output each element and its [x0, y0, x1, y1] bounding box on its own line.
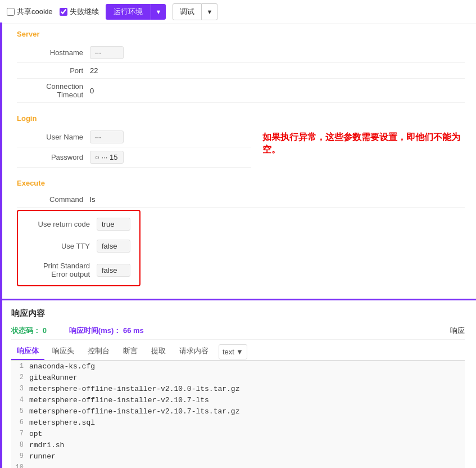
command-label: Command [17, 195, 90, 204]
username-label: User Name [17, 133, 90, 141]
debug-dropdown[interactable]: ▼ [202, 3, 217, 20]
line-number: 4 [11, 395, 29, 404]
top-bar: 共享cookie 失败继续 运行环境 ▼ 调试 ▼ [0, 0, 476, 24]
password-value: ○ ··· 15 [90, 151, 251, 164]
use-tty-label: Use TTY [24, 242, 97, 250]
code-line: 10 [11, 462, 465, 468]
share-cookie-label[interactable]: 共享cookie [7, 7, 53, 17]
line-content: metersphere-offline-installer-v2.10.0-lt… [29, 384, 465, 394]
line-content: metersphere-offline-installer-v2.10.7-lt… [29, 406, 465, 417]
use-return-code-label: Use return code [24, 220, 97, 228]
line-number: 9 [11, 451, 29, 460]
port-value: 22 [90, 66, 465, 75]
status-code: 状态码： 0 [11, 326, 47, 336]
execute-section: Execute Command ls Use return code true … [0, 173, 476, 294]
fail-continue-label[interactable]: 失败继续 [60, 7, 99, 17]
password-row: Password ○ ··· 15 [17, 147, 251, 168]
share-cookie-checkbox[interactable] [7, 8, 15, 16]
chevron-down-icon: ▼ [236, 348, 243, 356]
status-row: 状态码： 0 响应时间(ms)： 66 ms 响应 [11, 322, 465, 340]
print-standard-label: Print Standard Error output [24, 262, 97, 278]
run-env-dropdown[interactable]: ▼ [151, 4, 166, 20]
connection-row: Connection Timeout 0 [17, 79, 465, 103]
server-title: Server [17, 30, 465, 38]
code-line: 2giteaRunner [11, 372, 465, 384]
login-title: Login [17, 114, 251, 123]
code-line: 8rmdri.sh [11, 440, 465, 451]
connection-label: Connection Timeout [17, 82, 90, 99]
tab-extract[interactable]: 提取 [146, 343, 171, 360]
response-label: 响应 [450, 326, 465, 336]
tab-console[interactable]: 控制台 [82, 343, 115, 360]
line-content [29, 462, 465, 465]
code-line: 4metersphere-offline-installer-v2.10.7-l… [11, 395, 465, 406]
tab-response-body[interactable]: 响应体 [11, 343, 44, 360]
code-line: 5metersphere-offline-installer-v2.10.7-l… [11, 406, 465, 417]
line-content: metersphere.sql [29, 417, 465, 428]
debug-button[interactable]: 调试 [173, 3, 202, 20]
password-label: Password [17, 153, 90, 161]
annotation-text: 如果执行异常，这些参数需要设置，即他们不能为空。 [262, 131, 465, 156]
line-number: 10 [11, 462, 29, 468]
code-line: 3metersphere-offline-installer-v2.10.0-l… [11, 384, 465, 395]
login-section: Login User Name ··· Password ○ ··· 15 如果… [0, 109, 476, 173]
use-return-code-value: true [97, 218, 134, 231]
line-number: 1 [11, 361, 29, 370]
execute-title: Execute [17, 179, 465, 187]
line-number: 8 [11, 440, 29, 449]
line-content: opt [29, 429, 465, 439]
code-line: 1anaconda-ks.cfg [11, 361, 465, 372]
hostname-row: Hostname ··· [17, 43, 465, 63]
command-value: ls [90, 195, 465, 204]
username-row: User Name ··· [17, 127, 251, 147]
run-env-group: 运行环境 ▼ [106, 4, 166, 20]
tab-assert[interactable]: 断言 [117, 343, 143, 360]
highlighted-params-box: Use return code true Use TTY false Print… [17, 210, 140, 286]
tab-request-content[interactable]: 请求内容 [174, 343, 214, 360]
code-area: 1anaconda-ks.cfg2giteaRunner3metersphere… [11, 361, 465, 468]
line-content: rmdri.sh [29, 440, 465, 451]
line-number: 6 [11, 417, 29, 426]
connection-value: 0 [90, 87, 465, 95]
line-content: runner [29, 451, 465, 462]
use-return-code-row: Use return code true [24, 214, 134, 234]
line-content: giteaRunner [29, 372, 465, 383]
use-tty-row: Use TTY false [24, 236, 134, 256]
use-tty-value: false [97, 240, 134, 253]
print-standard-row: Print Standard Error output false [24, 258, 134, 282]
server-section: Server Hostname ··· Port 22 Connection T… [0, 24, 476, 109]
hostname-label: Hostname [17, 48, 90, 57]
line-number: 3 [11, 384, 29, 393]
response-section: 响应内容 状态码： 0 响应时间(ms)： 66 ms 响应 响应体 响应头 控… [0, 299, 476, 468]
line-number: 5 [11, 406, 29, 415]
port-label: Port [17, 66, 90, 75]
response-title: 响应内容 [11, 305, 465, 322]
tab-response-header[interactable]: 响应头 [47, 343, 80, 360]
line-content: anaconda-ks.cfg [29, 361, 465, 372]
line-number: 7 [11, 429, 29, 438]
tab-text-dropdown[interactable]: text ▼ [219, 344, 247, 359]
response-time: 响应时间(ms)： 66 ms [69, 326, 144, 336]
code-line: 6metersphere.sql [11, 417, 465, 429]
print-standard-value: false [97, 264, 134, 277]
line-content: metersphere-offline-installer-v2.10.7-lt… [29, 395, 465, 406]
hostname-value: ··· [90, 46, 465, 59]
line-number: 2 [11, 372, 29, 381]
code-line: 7opt [11, 429, 465, 440]
code-line: 9runner [11, 451, 465, 462]
response-tabs: 响应体 响应头 控制台 断言 提取 请求内容 text ▼ [11, 340, 465, 361]
command-row: Command ls [17, 192, 465, 208]
username-value: ··· [90, 130, 251, 143]
fail-continue-checkbox[interactable] [60, 8, 67, 16]
run-env-button[interactable]: 运行环境 [106, 4, 151, 20]
port-row: Port 22 [17, 63, 465, 79]
debug-group: 调试 ▼ [173, 3, 217, 20]
